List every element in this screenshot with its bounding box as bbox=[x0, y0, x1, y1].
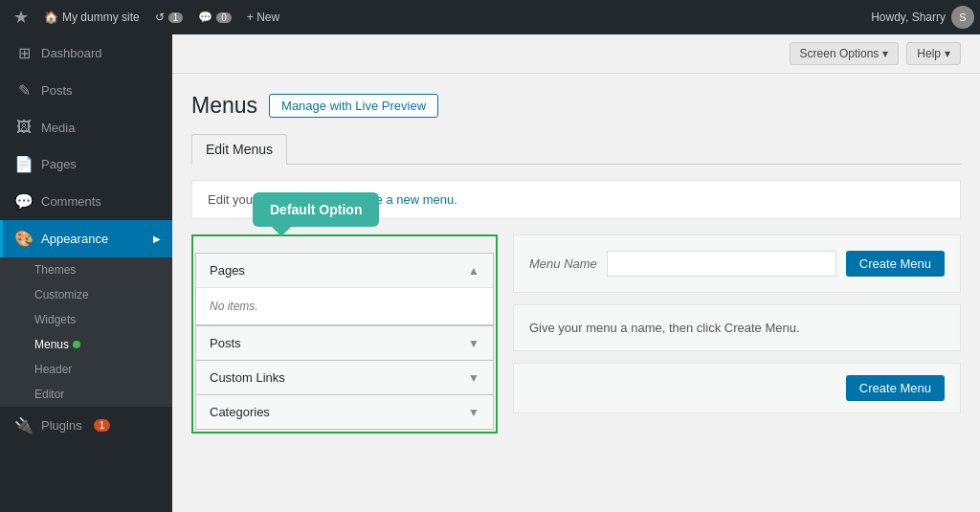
sidebar: ⊞ Dashboard ✎ Posts 🖼 Media 📄 Pages 💬 Co… bbox=[0, 34, 172, 512]
accordion-pages-body: No items. bbox=[196, 287, 493, 324]
posts-chevron-down-icon: ▼ bbox=[468, 337, 479, 350]
sidebar-item-posts[interactable]: ✎ Posts bbox=[0, 72, 172, 109]
submenu-widgets[interactable]: Widgets bbox=[0, 307, 172, 332]
sidebar-item-pages[interactable]: 📄 Pages bbox=[0, 145, 172, 183]
appearance-arrow-icon: ▶ bbox=[153, 234, 161, 244]
help-arrow-icon: ▾ bbox=[945, 47, 950, 60]
admin-bar: ★ 🏠 My dummy site ↺ 1 💬 0 + New Howdy, S… bbox=[0, 0, 980, 34]
custom-links-chevron-down-icon: ▼ bbox=[468, 371, 479, 385]
submenu-customize[interactable]: Customize bbox=[0, 282, 172, 307]
menu-left-panel: Default Option Pages ▲ ▼ No items. bbox=[191, 234, 498, 434]
updates-link[interactable]: ↺ 1 bbox=[147, 11, 191, 24]
media-icon: 🖼 bbox=[14, 119, 33, 136]
left-panel-box: Default Option Pages ▲ ▼ No items. bbox=[191, 234, 498, 434]
content-header: Screen Options ▾ Help ▾ bbox=[172, 34, 980, 74]
screen-options-button[interactable]: Screen Options ▾ bbox=[790, 42, 900, 65]
callout-bubble: Default Option bbox=[253, 192, 379, 227]
create-menu-bottom-wrap: Create Menu bbox=[513, 363, 961, 413]
comments-icon: 💬 bbox=[198, 11, 212, 24]
comments-menu-icon: 💬 bbox=[14, 192, 33, 211]
pages-icon: 📄 bbox=[14, 155, 33, 173]
accordion-categories-header[interactable]: Categories ▼ ▲ bbox=[196, 395, 493, 429]
accordion-categories: Categories ▼ ▲ bbox=[195, 394, 494, 430]
create-menu-button-bottom[interactable]: Create Menu bbox=[846, 375, 945, 401]
home-icon: 🏠 bbox=[44, 11, 58, 24]
nav-tab-wrapper: Edit Menus bbox=[191, 134, 961, 165]
new-content-link[interactable]: + New bbox=[239, 11, 287, 24]
screen-options-arrow-icon: ▾ bbox=[882, 47, 888, 60]
submenu-header[interactable]: Header bbox=[0, 357, 172, 382]
create-menu-button-top[interactable]: Create Menu bbox=[846, 251, 945, 277]
menu-name-label: Menu Name bbox=[529, 256, 597, 271]
accordion-posts: Posts ▼ ▲ bbox=[195, 325, 494, 360]
tab-edit-menus[interactable]: Edit Menus bbox=[191, 134, 287, 165]
sidebar-item-media[interactable]: 🖼 Media bbox=[0, 109, 172, 145]
howdy-link[interactable]: Howdy, Sharry S bbox=[871, 6, 974, 29]
appearance-submenu: Themes Customize Widgets Menus Header Ed… bbox=[0, 257, 172, 407]
main-layout: ⊞ Dashboard ✎ Posts 🖼 Media 📄 Pages 💬 Co… bbox=[0, 34, 980, 512]
accordion-pages-header[interactable]: Pages ▲ ▼ bbox=[196, 254, 493, 287]
wp-logo-icon[interactable]: ★ bbox=[6, 7, 36, 28]
live-preview-button[interactable]: Manage with Live Preview bbox=[269, 94, 438, 118]
avatar: S bbox=[951, 6, 974, 29]
site-name-link[interactable]: 🏠 My dummy site bbox=[36, 11, 147, 24]
categories-chevron-down-icon: ▼ bbox=[468, 406, 479, 419]
submenu-menus[interactable]: Menus bbox=[0, 332, 172, 357]
menu-right-panel: Menu Name Create Menu Give your menu a n… bbox=[513, 234, 961, 434]
submenu-editor[interactable]: Editor bbox=[0, 382, 172, 407]
content-body: Menus Manage with Live Preview Edit Menu… bbox=[172, 74, 980, 453]
dashboard-icon: ⊞ bbox=[14, 44, 33, 62]
accordion-custom-links-header[interactable]: Custom Links ▼ ▲ bbox=[196, 361, 493, 394]
menu-name-row: Menu Name Create Menu bbox=[513, 234, 961, 293]
posts-icon: ✎ bbox=[14, 81, 33, 100]
plugins-count-badge: 1 bbox=[94, 419, 111, 432]
page-title-area: Menus Manage with Live Preview bbox=[191, 93, 961, 119]
menu-help-text: Give your menu a name, then click Create… bbox=[513, 304, 961, 351]
main-content: Screen Options ▾ Help ▾ Menus Manage wit… bbox=[172, 34, 980, 512]
pages-section-wrapper: Default Option Pages ▲ ▼ No items. bbox=[195, 238, 494, 325]
menus-layout: Default Option Pages ▲ ▼ No items. bbox=[191, 234, 961, 434]
comments-link[interactable]: 💬 0 bbox=[190, 11, 239, 24]
sidebar-item-comments[interactable]: 💬 Comments bbox=[0, 183, 172, 220]
menu-name-input[interactable] bbox=[607, 251, 836, 277]
updates-icon: ↺ bbox=[155, 11, 165, 24]
submenu-themes[interactable]: Themes bbox=[0, 257, 172, 282]
help-button[interactable]: Help ▾ bbox=[906, 42, 961, 65]
plugins-icon: 🔌 bbox=[14, 416, 33, 434]
appearance-icon: 🎨 bbox=[14, 230, 33, 248]
menus-active-dot bbox=[73, 341, 80, 348]
accordion-custom-links: Custom Links ▼ ▲ bbox=[195, 360, 494, 394]
adminbar-right: Howdy, Sharry S bbox=[871, 6, 974, 29]
sidebar-item-dashboard[interactable]: ⊞ Dashboard bbox=[0, 34, 172, 72]
accordion-pages: Pages ▲ ▼ No items. bbox=[195, 253, 494, 325]
accordion-posts-header[interactable]: Posts ▼ ▲ bbox=[196, 326, 493, 360]
sidebar-item-plugins[interactable]: 🔌 Plugins 1 bbox=[0, 407, 172, 444]
page-title: Menus bbox=[191, 93, 257, 119]
sidebar-item-appearance[interactable]: 🎨 Appearance ▶ bbox=[0, 220, 172, 257]
pages-chevron-up-icon: ▲ bbox=[468, 264, 479, 278]
